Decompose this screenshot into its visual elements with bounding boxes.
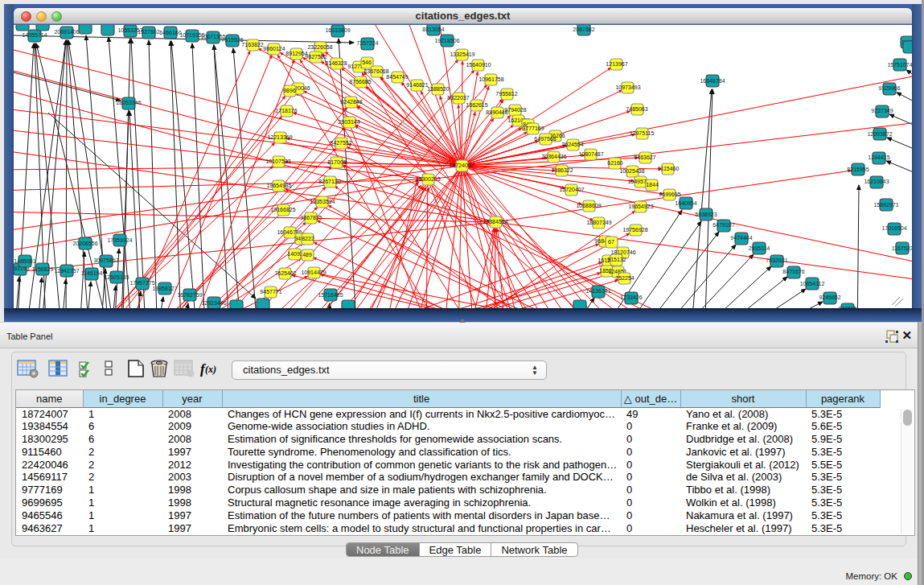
svg-text:1733426: 1733426 (620, 295, 642, 300)
svg-text:252254: 252254 (615, 275, 634, 281)
svg-text:8454749: 8454749 (386, 74, 408, 80)
svg-text:546: 546 (362, 60, 372, 65)
svg-text:10688609: 10688609 (576, 203, 601, 208)
svg-text:817006: 817006 (327, 159, 346, 165)
svg-text:1156829: 1156829 (32, 266, 54, 272)
svg-text:12505135: 12505135 (104, 274, 129, 280)
svg-text:14093: 14093 (287, 251, 303, 257)
svg-text:9245652: 9245652 (819, 295, 840, 300)
svg-text:8146328: 8146328 (325, 60, 347, 66)
svg-text:489: 489 (302, 252, 312, 257)
svg-text:9896: 9896 (283, 88, 296, 93)
svg-text:10961758: 10961758 (478, 76, 503, 82)
svg-text:12942757: 12942757 (54, 268, 79, 274)
svg-text:9146821: 9146821 (406, 82, 428, 88)
svg-text:9457771: 9457771 (260, 289, 281, 295)
svg-text:19756928: 19756928 (622, 227, 647, 233)
svg-text:1213967: 1213967 (606, 61, 627, 67)
svg-text:6497568: 6497568 (534, 136, 556, 142)
svg-text:8471676: 8471676 (782, 269, 804, 274)
svg-text:1145194: 1145194 (81, 270, 103, 276)
svg-text:9860124: 9860124 (263, 46, 285, 51)
svg-text:10107533: 10107533 (265, 159, 290, 164)
svg-text:12923446: 12923446 (201, 300, 226, 306)
svg-text:7515526: 7515526 (221, 37, 243, 43)
svg-text:10973493: 10973493 (615, 84, 640, 90)
svg-text:3624554: 3624554 (561, 142, 583, 147)
svg-text:18807249: 18807249 (586, 220, 611, 225)
svg-text:924565: 924565 (838, 306, 856, 308)
svg-text:8813054: 8813054 (422, 27, 444, 32)
svg-text:10914479: 10914479 (301, 270, 326, 275)
svg-text:12093872: 12093872 (867, 131, 892, 137)
svg-text:915132: 915132 (607, 257, 626, 262)
svg-text:1640954: 1640954 (675, 200, 696, 206)
svg-text:7163822: 7163822 (241, 42, 263, 47)
svg-text:1527602: 1527602 (138, 29, 159, 35)
svg-text:8322037: 8322037 (447, 95, 469, 101)
svg-text:2935114: 2935114 (749, 245, 770, 251)
svg-text:62160: 62160 (607, 160, 623, 166)
svg-text:8222: 8222 (302, 236, 314, 241)
svg-text:9474444: 9474444 (730, 235, 752, 241)
svg-text:15720407: 15720407 (559, 187, 584, 192)
svg-text:15692971: 15692971 (873, 202, 898, 208)
svg-text:16033809: 16033809 (325, 27, 350, 33)
svg-text:17359924: 17359924 (107, 237, 132, 243)
svg-text:16648784: 16648784 (700, 78, 725, 84)
svg-text:1844: 1844 (646, 182, 659, 187)
svg-text:6479197: 6479197 (713, 222, 734, 228)
svg-text:18724007: 18724007 (449, 163, 474, 168)
svg-text:1588520: 1588520 (427, 86, 449, 92)
svg-text:25300203: 25300203 (415, 176, 440, 182)
svg-text:13353594: 13353594 (310, 199, 335, 204)
svg-text:7485063: 7485063 (626, 106, 647, 112)
svg-text:19218506: 19218506 (434, 38, 459, 43)
svg-text:12213369: 12213369 (267, 134, 292, 140)
svg-text:30975867: 30975867 (93, 257, 118, 263)
svg-text:28053346: 28053346 (116, 100, 141, 105)
svg-text:15640910: 15640910 (466, 62, 491, 68)
svg-text:9827502: 9827502 (305, 54, 326, 60)
svg-text:14136141: 14136141 (585, 288, 610, 294)
svg-text:19654985: 19654985 (266, 183, 291, 188)
svg-text:2718176: 2718176 (275, 108, 297, 113)
svg-text:20691406: 20691406 (54, 29, 79, 35)
svg-text:7357224: 7357224 (356, 40, 378, 46)
svg-text:2087682: 2087682 (573, 27, 594, 32)
svg-text:9227349: 9227349 (871, 108, 893, 113)
svg-text:20364436: 20364436 (541, 154, 566, 159)
svg-text:7632621: 7632621 (766, 257, 787, 263)
svg-text:7955812: 7955812 (495, 91, 517, 97)
svg-text:13325419: 13325419 (450, 51, 474, 57)
svg-text:9794028: 9794028 (504, 107, 526, 113)
svg-text:19958127: 19958127 (152, 286, 177, 291)
svg-text:23676068: 23676068 (363, 68, 388, 74)
svg-text:17957275: 17957275 (129, 280, 154, 286)
svg-text:6466160: 6466160 (159, 30, 181, 35)
svg-text:20206556: 20206556 (72, 241, 97, 246)
svg-text:1167533: 1167533 (892, 245, 912, 251)
svg-text:9463627: 9463627 (634, 154, 655, 160)
svg-text:9777169: 9777169 (522, 126, 544, 131)
svg-text:15751074: 15751074 (887, 62, 912, 68)
svg-text:(x): (x) (205, 364, 216, 375)
svg-text:1485081: 1485081 (14, 258, 35, 264)
svg-text:10807487: 10807487 (578, 151, 603, 157)
svg-text:3867835: 3867835 (300, 215, 322, 220)
svg-text:67: 67 (608, 239, 614, 245)
svg-text:2803144: 2803144 (338, 119, 359, 125)
svg-text:7625402: 7625402 (274, 270, 296, 276)
svg-text:9242848: 9242848 (340, 99, 362, 105)
svg-text:7986322: 7986322 (551, 167, 573, 173)
svg-text:16782759: 16782759 (177, 292, 202, 298)
svg-text:10025438: 10025438 (619, 168, 644, 174)
svg-text:9115460: 9115460 (658, 166, 680, 171)
svg-text:8427552: 8427552 (330, 140, 351, 146)
svg-text:9699695: 9699695 (659, 192, 680, 197)
svg-text:1244415: 1244415 (868, 154, 889, 160)
svg-text:1362615: 1362615 (466, 102, 487, 108)
svg-text:5938923: 5938923 (695, 212, 717, 217)
svg-text:8756685: 8756685 (349, 79, 371, 84)
svg-text:15716485: 15716485 (318, 292, 343, 298)
